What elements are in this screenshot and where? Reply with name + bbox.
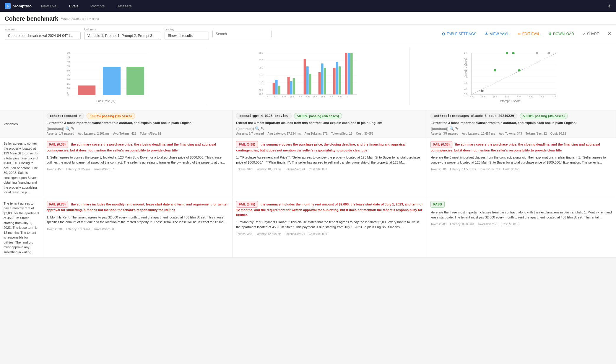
svg-text:0: 0 (267, 96, 268, 97)
share-button[interactable]: ↗ SHARE (580, 30, 602, 37)
svg-text:0.4: 0.4 (299, 96, 303, 97)
svg-text:25: 25 (67, 74, 70, 76)
svg-rect-50 (348, 53, 350, 94)
cohere-prompt-text: Extract the 3 most important clauses fro… (47, 121, 229, 125)
top-navigation: p promptfoo New Eval Evals Prompts Datas… (0, 0, 616, 12)
svg-rect-40 (304, 59, 306, 94)
nav-right: ☀ (607, 3, 611, 9)
openai-asserts: Asserts: 3/7 passed Avg Latency: 17,714 … (236, 132, 423, 135)
svg-text:0.8: 0.8 (330, 96, 334, 97)
row2-anthropic-pass-badge: PASS (430, 201, 444, 208)
svg-rect-36 (278, 86, 280, 94)
svg-text:3.0: 3.0 (259, 51, 263, 54)
eval-run-select[interactable]: Cohere benchmark (eval-2024-04-04T1... (5, 32, 81, 40)
anthropic-search-icon[interactable]: 🔍 (449, 126, 454, 131)
openai-model-badge: openai:gpt-4-0125-preview (236, 113, 292, 119)
display-select[interactable]: Show all results (165, 32, 209, 40)
display-group: Display Show all results (165, 28, 209, 40)
columns-group: Columns Variable 1, Prompt 1, Prompt 2, … (84, 28, 161, 40)
anthropic-pass-badge: 50.00% passing (3/6 cases) (520, 113, 568, 119)
row2-cohere-fail-text: the summary includes the monthly rent am… (47, 203, 229, 212)
edit-eval-button[interactable]: ✏ EDIT EVAL (515, 30, 542, 37)
cohere-asserts: Asserts: 1/7 passed Avg Latency: 2,802 m… (47, 132, 229, 135)
row2-openai-tokens: Tokens: 385 (236, 232, 252, 236)
variables-header: Variables (0, 110, 43, 138)
row1-openai-fail-badge: FAIL (0.38) (236, 141, 258, 148)
row2-anthropic-pass-header: PASS (430, 201, 612, 208)
svg-text:2.0: 2.0 (259, 66, 263, 69)
theme-toggle-icon[interactable]: ☀ (607, 4, 611, 9)
nav-item-datasets[interactable]: Datasets (114, 3, 134, 9)
svg-text:1.0: 1.0 (552, 96, 556, 97)
row2-openai-cost: Cost: $0.0099 (309, 232, 327, 236)
view-yaml-button[interactable]: 👁 VIEW YAML (482, 30, 512, 37)
table-settings-button[interactable]: ⚙ TABLE SETTINGS (439, 30, 479, 37)
row1-output-anthropic: FAIL (0.38) the summary covers the purch… (427, 138, 616, 198)
svg-text:0.4: 0.4 (464, 87, 467, 90)
row2-openai-fail-badge: FAIL (0.75) (236, 201, 258, 208)
openai-model-name-row: openai:gpt-4-0125-preview 50.00% passing… (236, 113, 423, 119)
row2-anthropic-latency: Latency: 8,889 ms (450, 222, 474, 226)
svg-text:0.8: 0.8 (529, 96, 532, 97)
row1-cohere-fail-header: FAIL (0.38) the summary covers the purch… (47, 141, 229, 153)
openai-tokens-sec: Tokens/Sec: 15 (331, 132, 352, 135)
nav-item-prompts[interactable]: Prompts (88, 3, 107, 9)
close-button[interactable]: ✕ (607, 31, 611, 37)
anthropic-model-badge: anthropic:messages:claude-3-opus-2024022… (430, 113, 517, 119)
svg-text:0.4: 0.4 (481, 96, 485, 97)
svg-point-87 (547, 52, 550, 54)
columns-select[interactable]: Variable 1, Prompt 1, Prompt 2, Prompt 3 (84, 32, 161, 40)
model-header-openai: openai:gpt-4-0125-preview 50.00% passing… (233, 110, 427, 138)
row1-anthropic-cost: Cost: $0.021 (503, 167, 520, 172)
row2-anthropic-tokens: Tokens: 280 (430, 222, 446, 226)
row2-anthropic-content: Here are the three most important clause… (430, 210, 612, 220)
svg-text:30: 30 (67, 69, 70, 72)
table-header-row: Variables cohere:command-r 16.67% passin… (0, 110, 616, 138)
row2-cohere-ts: Tokens/Sec: 90 (94, 227, 114, 231)
openai-tokens: Avg Tokens: 372 (304, 132, 327, 135)
anthropic-asserts-label: Asserts: 3/7 passed (430, 132, 458, 135)
openai-search-icon[interactable]: 🔍 (255, 126, 260, 131)
svg-text:0.6: 0.6 (313, 96, 317, 97)
row1-anthropic-fail-header: FAIL (0.38) the summary covers the purch… (430, 141, 612, 153)
svg-rect-19 (126, 67, 144, 95)
cohere-model-name-row: cohere:command-r 16.67% passing (1/6 cas… (47, 113, 229, 119)
row1-cohere-content: 1. Seller agrees to convey the property … (47, 155, 229, 165)
anthropic-latency: Avg Latency: 10,454 ms (462, 132, 495, 135)
row2-openai-content: 1. **Monthly Rent Payment Clause**: This… (236, 220, 423, 229)
cohere-edit-icon[interactable]: ✎ (71, 126, 74, 131)
download-button[interactable]: ⬇ DOWNLOAD (546, 30, 576, 37)
row2-openai-meta: Tokens: 385 Latency: 12,658 ms Tokens/Se… (236, 232, 423, 236)
svg-rect-34 (273, 83, 275, 94)
svg-text:1.5: 1.5 (259, 74, 263, 76)
grouped-bar-chart: 3.0 2.5 2.0 1.5 1.0 0.5 0.0 (207, 48, 409, 105)
app-name: promptfoo (12, 4, 32, 8)
cohere-search-icon[interactable]: 🔍 (65, 126, 70, 131)
row1-cohere-fail-badge: FAIL (0.38) (47, 141, 68, 148)
app-logo[interactable]: p promptfoo (5, 3, 32, 9)
svg-text:0: 0 (67, 94, 69, 97)
svg-rect-48 (339, 66, 341, 94)
openai-edit-icon[interactable]: ✎ (261, 126, 264, 131)
toolbar-actions: ⚙ TABLE SETTINGS 👁 VIEW YAML ✏ EDIT EVAL… (439, 30, 611, 37)
svg-text:35: 35 (67, 65, 70, 68)
openai-pass-badge: 50.00% passing (3/6 cases) (294, 113, 342, 119)
row1-anthropic-tokens: Tokens: 381 (430, 167, 446, 172)
svg-text:10: 10 (67, 87, 70, 90)
svg-rect-51 (350, 53, 353, 94)
row1-output-openai: FAIL (0.38) the summary covers the purch… (233, 138, 427, 198)
row2-cohere-fail-badge: FAIL (0.75) (47, 201, 68, 208)
svg-rect-39 (293, 78, 295, 94)
svg-text:0.6: 0.6 (505, 96, 509, 97)
nav-item-new-eval[interactable]: New Eval (39, 3, 60, 9)
svg-point-82 (494, 69, 496, 71)
settings-icon: ⚙ (442, 32, 446, 36)
row2-openai-fail-text: the summary includes the monthly rent am… (236, 203, 422, 217)
anthropic-edit-icon[interactable]: ✎ (455, 126, 458, 131)
search-input[interactable] (212, 30, 272, 38)
svg-text:40: 40 (67, 60, 70, 63)
row1-openai-fail-header: FAIL (0.38) the summary covers the purch… (236, 141, 423, 153)
nav-item-evals[interactable]: Evals (67, 3, 81, 9)
svg-point-86 (536, 52, 538, 54)
table-row: The tenant agrees to pay a monthly rent … (0, 198, 616, 258)
